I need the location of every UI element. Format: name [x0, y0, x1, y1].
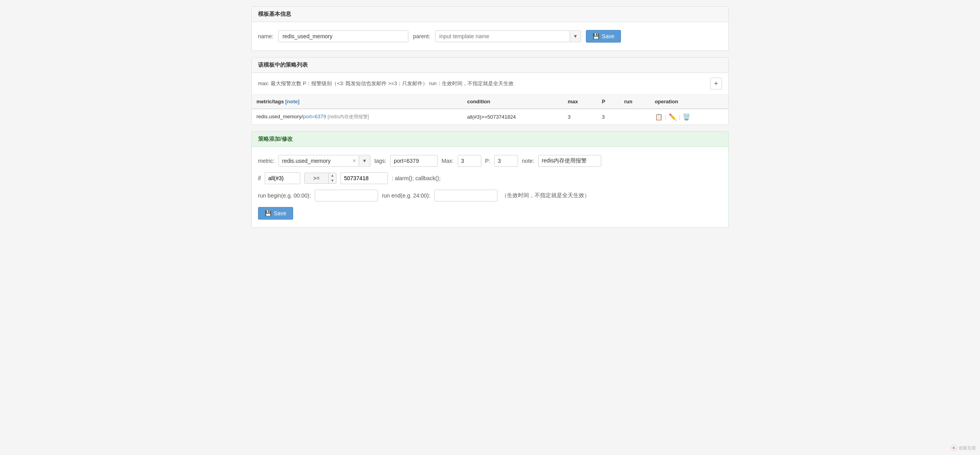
- run-end-input[interactable]: [434, 190, 497, 201]
- td-operation: 📋 | ✏️ | 🗑️: [650, 109, 728, 125]
- td-run: [619, 109, 650, 125]
- th-operation: operation: [650, 95, 728, 109]
- name-input[interactable]: [278, 30, 408, 42]
- add-icon: +: [714, 80, 718, 88]
- note-label: note:: [522, 158, 534, 164]
- td-condition: all(#3)>=5073741824: [462, 109, 563, 125]
- operator-up-arrow[interactable]: ▲: [329, 173, 336, 178]
- metric-input-wrapper: ✕ ▼: [279, 155, 370, 167]
- operation-icons: 📋 | ✏️ | 🗑️: [655, 113, 724, 121]
- th-condition: condition: [462, 95, 563, 109]
- add-strategy-header: 策略添加/修改: [252, 132, 728, 147]
- if-label: if: [258, 175, 261, 181]
- add-save-label: Save: [274, 210, 286, 216]
- max-input[interactable]: [458, 155, 481, 167]
- add-strategy-section: 策略添加/修改 metric: ✕ ▼ tags: Max: P: note:: [251, 131, 729, 228]
- operator-arrows: ▲ ▼: [328, 173, 336, 183]
- th-run: run: [619, 95, 650, 109]
- delete-icon[interactable]: 🗑️: [683, 113, 690, 121]
- th-max: max: [563, 95, 597, 109]
- metric-label: metric:: [258, 158, 275, 164]
- td-metric-tags: redis.used_memory/port=6379 [redis内存使用报警…: [252, 109, 462, 125]
- p-input[interactable]: [494, 155, 518, 167]
- metric-dropdown-arrow[interactable]: ▼: [359, 156, 370, 166]
- note-input[interactable]: [538, 155, 601, 167]
- operator-down-arrow[interactable]: ▼: [329, 178, 336, 183]
- td-p: 3: [597, 109, 619, 125]
- run-note: （生效时间，不指定就是全天生效）: [501, 192, 590, 199]
- add-strategy-button[interactable]: +: [710, 78, 722, 90]
- parent-label: parent:: [413, 33, 430, 39]
- name-label: name:: [258, 33, 273, 39]
- save-label: Save: [602, 33, 614, 39]
- strategy-list-header: 该模板中的策略列表: [252, 58, 728, 73]
- alarm-text: : alarm(); callback();: [392, 175, 441, 181]
- p-label: P:: [485, 158, 490, 164]
- strategy-list-section: 该模板中的策略列表 max: 最大报警次数 P：报警级别（<3: 既发短信也发邮…: [251, 57, 729, 125]
- table-header-row: metric/tags [note] condition max P run o…: [252, 95, 728, 109]
- basic-info-header: 模板基本信息: [252, 7, 728, 22]
- td-max: 3: [563, 109, 597, 125]
- basic-info-form-row: name: parent: ▼ 💾 Save: [258, 30, 722, 43]
- operator-input[interactable]: [305, 173, 328, 183]
- condition-row: if ▲ ▼ : alarm(); callback();: [258, 172, 722, 184]
- tag-note: [redis内存使用报警]: [327, 114, 369, 119]
- th-p: P: [597, 95, 619, 109]
- copy-icon[interactable]: 📋: [655, 113, 663, 121]
- basic-info-section: 模板基本信息 name: parent: ▼ 💾 Save: [251, 6, 729, 51]
- strategy-note: max: 最大报警次数 P：报警级别（<3: 既发短信也发邮件 >=3：只发邮件…: [252, 73, 728, 95]
- metric-clear-icon[interactable]: ✕: [350, 157, 359, 165]
- run-begin-input[interactable]: [315, 190, 378, 201]
- th-metric-tags: metric/tags [note]: [252, 95, 462, 109]
- parent-dropdown-arrow[interactable]: ▼: [570, 31, 581, 41]
- parent-input[interactable]: [436, 31, 570, 42]
- add-save-button[interactable]: 💾 Save: [258, 207, 293, 220]
- strategy-table: metric/tags [note] condition max P run o…: [252, 95, 728, 125]
- save-icon: 💾: [593, 33, 599, 39]
- operator-wrapper: ▲ ▼: [304, 173, 337, 184]
- run-begin-label: run begin(e.g. 00:00):: [258, 192, 311, 199]
- save-button[interactable]: 💾 Save: [586, 30, 621, 43]
- add-form-row1: metric: ✕ ▼ tags: Max: P: note:: [258, 155, 722, 167]
- tag-link[interactable]: port=6379: [303, 114, 326, 119]
- metric-input[interactable]: [279, 155, 350, 166]
- tags-label: tags:: [374, 158, 386, 164]
- all-input[interactable]: [265, 172, 300, 184]
- strategy-note-text: max: 最大报警次数 P：报警级别（<3: 既发短信也发邮件 >=3：只发邮件…: [258, 80, 514, 87]
- run-end-label: run end(e.g. 24:00):: [382, 192, 430, 199]
- divider2: |: [679, 114, 680, 120]
- max-label: Max:: [441, 158, 453, 164]
- tags-input[interactable]: [390, 155, 438, 167]
- add-save-icon: 💾: [265, 210, 271, 216]
- run-row: run begin(e.g. 00:00): run end(e.g. 24:0…: [258, 190, 722, 201]
- edit-icon[interactable]: ✏️: [669, 113, 677, 121]
- condition-value-input[interactable]: [340, 172, 388, 184]
- parent-select-wrapper: ▼: [435, 30, 582, 42]
- table-row: redis.used_memory/port=6379 [redis内存使用报警…: [252, 109, 728, 125]
- metric-name: redis.used_memory/: [256, 114, 303, 119]
- divider1: |: [665, 114, 666, 120]
